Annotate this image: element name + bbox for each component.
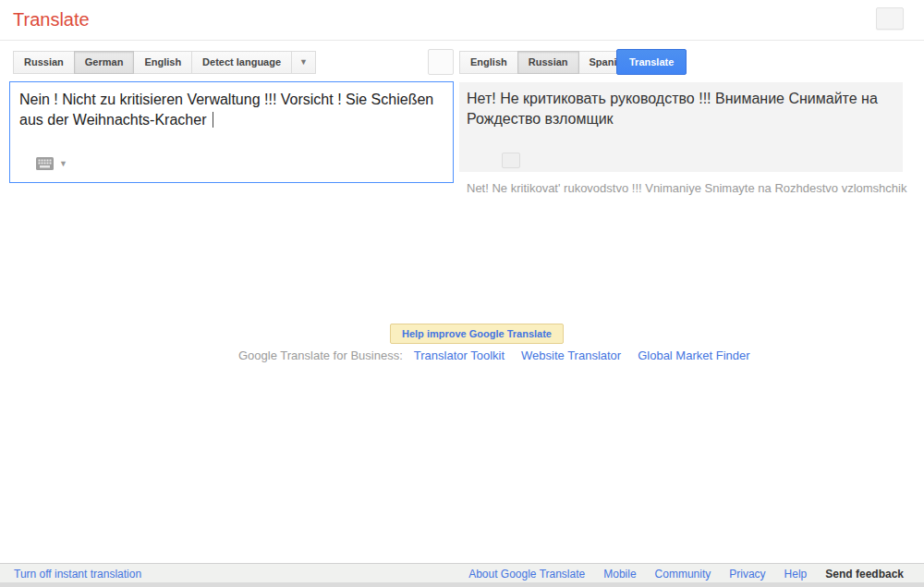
header: Translate <box>0 0 924 41</box>
listen-button[interactable] <box>502 153 520 168</box>
keyboard-dropdown-icon: ▼ <box>59 153 67 174</box>
source-lang-tab-russian[interactable]: Russian <box>13 51 75 74</box>
bottom-edge-strip <box>0 582 924 587</box>
send-feedback-button[interactable]: Send feedback <box>825 568 904 581</box>
footer-link-help[interactable]: Help <box>784 568 808 581</box>
link-global-market-finder[interactable]: Global Market Finder <box>638 349 749 362</box>
source-lang-dropdown-button[interactable]: ▼ <box>291 51 316 74</box>
footer-links: About Google Translate Mobile Community … <box>468 568 904 581</box>
text-caret <box>213 112 213 128</box>
footer-bar: Turn off instant translation About Googl… <box>0 563 924 582</box>
translation-panel: Нет! Не критиковать руководство !!! Вним… <box>459 82 903 172</box>
link-translator-toolkit[interactable]: Translator Toolkit <box>414 349 505 362</box>
apps-button[interactable] <box>876 7 904 30</box>
footer-link-privacy[interactable]: Privacy <box>729 568 765 581</box>
transliteration-text: Net! Ne kritikovat' rukovodstvo !!! Vnim… <box>467 181 906 195</box>
translate-button[interactable]: Translate <box>616 49 687 75</box>
keyboard-icon <box>36 157 54 170</box>
footer-link-about[interactable]: About Google Translate <box>468 568 585 581</box>
source-lang-tab-detect[interactable]: Detect language <box>191 51 292 74</box>
source-text: Nein ! Nicht zu kritisieren Verwaltung !… <box>19 92 433 128</box>
page-title: Translate <box>13 9 90 31</box>
target-lang-tab-english[interactable]: English <box>459 51 518 74</box>
translated-text: Нет! Не критиковать руководство !!! Вним… <box>467 91 878 127</box>
chevron-down-icon: ▼ <box>299 57 308 67</box>
target-lang-tab-russian[interactable]: Russian <box>517 51 579 74</box>
business-label: Google Translate for Business: <box>238 349 403 362</box>
source-lang-tab-english[interactable]: English <box>133 51 192 74</box>
swap-languages-button[interactable] <box>428 49 454 75</box>
source-language-tabbar: Russian German English Detect language ▼ <box>13 51 315 74</box>
link-website-translator[interactable]: Website Translator <box>521 349 621 362</box>
help-improve-button[interactable]: Help improve Google Translate <box>390 324 564 344</box>
source-lang-tab-german[interactable]: German <box>74 51 135 74</box>
footer-link-community[interactable]: Community <box>655 568 711 581</box>
business-row: Google Translate for Business: Translato… <box>238 349 750 362</box>
source-textarea[interactable]: Nein ! Nicht zu kritisieren Verwaltung !… <box>9 81 454 183</box>
input-tools-button[interactable]: ▼ <box>36 153 67 174</box>
footer-link-mobile[interactable]: Mobile <box>603 568 636 581</box>
turn-off-instant-translation-link[interactable]: Turn off instant translation <box>14 568 141 581</box>
